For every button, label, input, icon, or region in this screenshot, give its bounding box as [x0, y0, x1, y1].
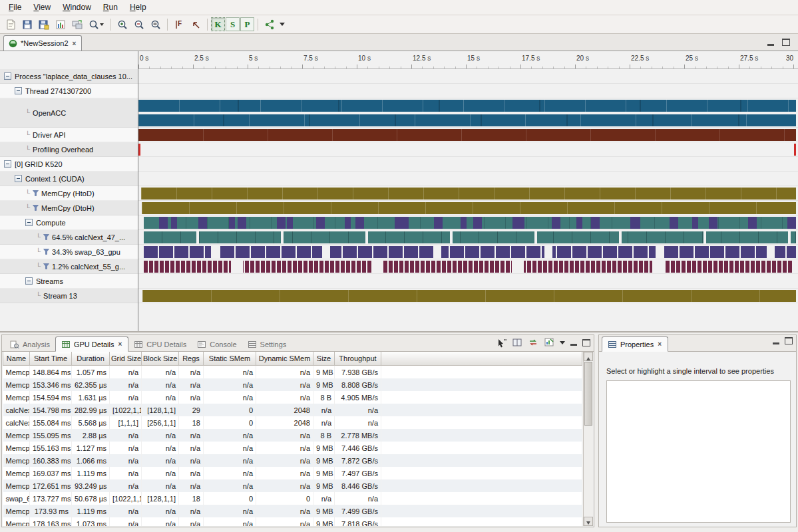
new-session-button[interactable]	[3, 17, 19, 32]
tree-item-34-3-swap-63-gpu[interactable]: └34.3% swap_63_gpu	[0, 245, 138, 259]
table-row[interactable]: Memcpy155.095 ms2.88 µsn/an/an/an/an/a8 …	[3, 429, 582, 442]
goto-marker-button[interactable]	[188, 17, 204, 32]
maximize-icon[interactable]	[582, 339, 590, 346]
menu-item-help[interactable]: Help	[124, 1, 152, 13]
select-interval-icon[interactable]	[496, 337, 506, 348]
timeline-track-stream-13[interactable]	[138, 289, 798, 303]
minimize-icon[interactable]	[570, 344, 577, 346]
timeline-track-compute[interactable]	[138, 215, 798, 230]
close-icon[interactable]: ×	[118, 340, 123, 348]
timeline-track-process-laplace-data-clauses-10[interactable]	[138, 69, 798, 84]
process-toggle-button[interactable]: P	[240, 17, 254, 31]
openacc-interval-bar[interactable]	[138, 100, 796, 112]
compute-interval-bar[interactable]	[144, 217, 796, 229]
tree-item-streams[interactable]: Streams	[0, 274, 138, 289]
timeline-track-streams[interactable]	[138, 274, 798, 289]
menu-item-file[interactable]: File	[3, 1, 27, 13]
kernel-purple-interval-bar[interactable]	[144, 246, 796, 258]
tab-gpu-details[interactable]: GPU Details×	[55, 336, 128, 352]
analysis-dropdown-button[interactable]	[278, 17, 286, 32]
tab-console[interactable]: Console	[192, 338, 242, 351]
tree-item-memcpy-dtoh[interactable]: └MemCpy (DtoH)	[0, 201, 138, 215]
zoom-out-button[interactable]	[131, 17, 147, 32]
col-duration[interactable]: Duration	[72, 352, 110, 366]
tab-settings[interactable]: Settings	[242, 338, 292, 351]
tree-item-compute[interactable]: Compute	[0, 215, 138, 230]
timeline-track-64-5-calcnext-47[interactable]	[138, 230, 798, 245]
minimize-icon[interactable]	[773, 342, 779, 344]
analysis-button[interactable]	[262, 17, 278, 32]
save-session-button[interactable]	[19, 17, 35, 32]
tree-timeline-divider[interactable]	[138, 51, 138, 331]
timeline-track-memcpy-dtoh[interactable]	[138, 201, 798, 215]
timeline-track-34-3-swap-63-gpu[interactable]	[138, 245, 798, 259]
tab-analysis[interactable]: Analysis	[5, 338, 55, 351]
tree-item-memcpy-htod[interactable]: └MemCpy (HtoD)	[0, 186, 138, 201]
flag-marker-button[interactable]: F	[171, 17, 187, 32]
timeline-track-profiling-overhead[interactable]	[138, 142, 798, 157]
table-row[interactable]: swap_63_gpu173.727 ms50.678 µs[1022,1,1]…	[3, 492, 582, 505]
tree-item-context-1-cuda[interactable]: Context 1 (CUDA)	[0, 172, 138, 186]
kernel-toggle-button[interactable]: K	[211, 17, 225, 31]
timeline-track-memcpy-htod[interactable]	[138, 186, 798, 201]
tree-item-1-2-calcnext-55-g[interactable]: └1.2% calcNext_55_g...	[0, 259, 138, 274]
table-row[interactable]: Memcpy160.383 ms1.066 msn/an/an/an/an/a9…	[3, 454, 582, 467]
table-row[interactable]: Memcpy155.163 ms1.127 msn/an/an/an/an/a9…	[3, 442, 582, 454]
collapse-icon[interactable]	[4, 72, 11, 80]
tree-item-profiling-overhead[interactable]: └Profiling Overhead	[0, 142, 138, 157]
openacc-interval-bar[interactable]	[138, 114, 796, 126]
maximize-icon[interactable]	[782, 39, 790, 46]
collapse-icon[interactable]	[4, 160, 11, 168]
scroll-up-button[interactable]	[584, 352, 593, 361]
vertical-scrollbar[interactable]	[583, 352, 593, 526]
table-row[interactable]: Memcpy172.651 ms93.249 µsn/an/an/an/an/a…	[3, 479, 582, 492]
collapse-icon[interactable]	[25, 277, 33, 285]
tree-item-process-laplace-data-clauses-10[interactable]: Process "laplace_data_clauses 10...	[0, 69, 138, 84]
close-icon[interactable]: ×	[72, 40, 77, 47]
col-grid-size[interactable]: Grid Size	[110, 352, 142, 366]
save-as-button[interactable]	[36, 17, 52, 32]
overhead-interval-bar[interactable]	[138, 144, 140, 156]
tree-item-stream-13[interactable]: └Stream 13	[0, 289, 138, 303]
col-start-time[interactable]: Start Time	[30, 352, 72, 366]
stream-toggle-button[interactable]: S	[226, 17, 240, 31]
zoom-in-button[interactable]	[114, 17, 130, 32]
view-menu-icon[interactable]	[560, 341, 565, 347]
col-dynamic-smem[interactable]: Dynamic SMem	[256, 352, 313, 366]
tree-item-0-grid-k520[interactable]: [0] GRID K520	[0, 157, 138, 172]
close-icon[interactable]: ×	[657, 340, 662, 348]
memcpy2-interval-bar[interactable]	[142, 202, 796, 214]
minimize-icon[interactable]	[767, 44, 774, 46]
table-row[interactable]: Memcpy173.93 ms1.119 msn/an/an/an/an/a9 …	[3, 505, 582, 517]
col-block-size[interactable]: Block Size	[142, 352, 179, 366]
sync-arrows-icon[interactable]	[528, 337, 538, 348]
col-regs[interactable]: Regs	[179, 352, 204, 366]
scroll-thumb[interactable]	[584, 362, 592, 426]
table-row[interactable]: Memcpy154.594 ms1.631 µsn/an/an/an/an/a8…	[3, 391, 582, 404]
kernel-teal-interval-bar[interactable]	[144, 231, 796, 243]
menu-item-window[interactable]: Window	[57, 1, 97, 13]
collapse-icon[interactable]	[25, 219, 33, 226]
overhead-interval-bar[interactable]	[794, 144, 796, 156]
tree-item-driver-api[interactable]: └Driver API	[0, 128, 138, 142]
table-row[interactable]: calcNext155.084 ms5.568 µs[1,1,1][256,1,…	[3, 416, 582, 429]
table-row[interactable]: Memcpy148.864 ms1.057 msn/an/an/an/an/a9…	[3, 366, 582, 379]
timeline-track-context-1-cuda[interactable]	[138, 172, 798, 186]
tree-item-thread-2741307200[interactable]: Thread 2741307200	[0, 84, 138, 98]
timeline-track-driver-api[interactable]	[138, 128, 798, 142]
timeline-track-thread-2741307200[interactable]	[138, 84, 798, 98]
collapse-icon[interactable]	[15, 87, 22, 94]
col-name[interactable]: Name	[3, 352, 30, 366]
kernel-maroon-interval-bar[interactable]	[144, 261, 796, 273]
table-row[interactable]: Memcpy169.037 ms1.119 msn/an/an/an/an/a9…	[3, 467, 582, 479]
collapse-icon[interactable]	[15, 175, 22, 182]
table-row[interactable]: Memcpy178.163 ms1.073 msn/an/an/an/an/a9…	[3, 517, 582, 526]
col-size[interactable]: Size	[313, 352, 335, 366]
tree-item-64-5-calcnext-47[interactable]: └64.5% calcNext_47_...	[0, 230, 138, 245]
menu-item-view[interactable]: View	[27, 1, 57, 13]
stream-interval-bar[interactable]	[142, 290, 796, 302]
tab-cpu-details[interactable]: CPU Details	[128, 338, 192, 351]
tab-properties[interactable]: Properties ×	[602, 336, 668, 352]
table-row[interactable]: Memcpy153.346 ms62.355 µsn/an/an/an/an/a…	[3, 378, 582, 391]
timeline-track-1-2-calcnext-55-g[interactable]	[138, 259, 798, 274]
